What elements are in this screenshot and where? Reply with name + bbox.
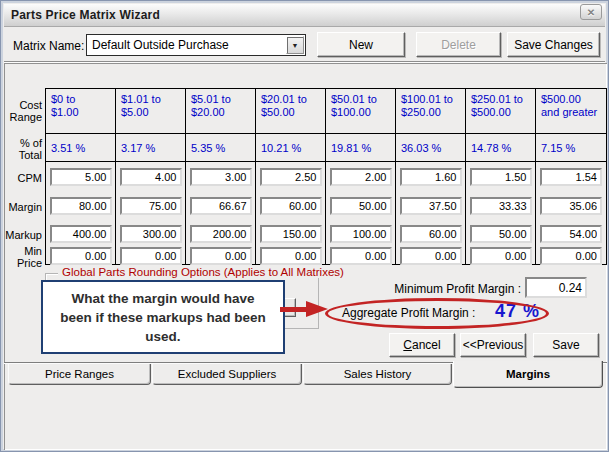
matrix-name-select[interactable]: Default Outside Purchase ▼ <box>86 34 306 56</box>
matrix-cell <box>116 220 186 247</box>
cancel-button[interactable]: Cancel <box>389 333 455 357</box>
matrix-cell <box>186 192 256 220</box>
min-price-input[interactable] <box>400 247 462 265</box>
margin-input[interactable] <box>330 197 392 215</box>
tab-price-ranges[interactable]: Price Ranges <box>8 364 151 385</box>
matrix-cell <box>46 247 116 264</box>
rounding-options-group-title: Global Parts Rounding Options (Applies t… <box>58 266 348 278</box>
cpm-input[interactable] <box>190 168 252 186</box>
margin-input[interactable] <box>540 197 602 215</box>
matrix-cell <box>256 192 326 220</box>
margin-input[interactable] <box>190 197 252 215</box>
margin-input[interactable] <box>260 197 322 215</box>
matrix-cell <box>46 162 116 192</box>
cost-range-header: $50.01 to $100.00 <box>326 89 396 134</box>
min-price-input[interactable] <box>540 247 602 265</box>
min-price-input[interactable] <box>260 247 322 265</box>
cpm-input[interactable] <box>260 168 322 186</box>
save-changes-button[interactable]: Save Changes <box>507 32 600 57</box>
markup-input[interactable] <box>470 225 532 243</box>
row-label-cpm: CPM <box>4 163 44 193</box>
markup-input[interactable] <box>260 225 322 243</box>
cpm-input[interactable] <box>470 168 532 186</box>
close-icon[interactable]: ✕ <box>580 4 602 20</box>
title-bar[interactable]: Parts Price Matrix Wizard <box>4 4 605 27</box>
matrix-name-value: Default Outside Purchase <box>87 38 286 52</box>
matrix-cell <box>326 247 396 264</box>
pct-total-cell: 7.15 % <box>536 134 606 162</box>
annotation-callout: What the margin would have been if these… <box>41 280 285 354</box>
save-button[interactable]: Save <box>533 333 599 357</box>
tab-sales-history[interactable]: Sales History <box>303 364 452 385</box>
margin-input[interactable] <box>120 197 182 215</box>
matrix-cell <box>186 247 256 264</box>
margin-input[interactable] <box>470 197 532 215</box>
tab-excluded-suppliers[interactable]: Excluded Suppliers <box>152 364 302 385</box>
cancel-label-rest: ancel <box>412 338 441 352</box>
margin-input[interactable] <box>50 197 112 215</box>
cpm-input[interactable] <box>120 168 182 186</box>
cpm-input[interactable] <box>330 168 392 186</box>
min-price-input[interactable] <box>120 247 182 265</box>
matrix-cell <box>536 192 606 220</box>
annotation-arrow-head-icon <box>306 301 328 317</box>
matrix-cell <box>46 220 116 247</box>
delete-button[interactable]: Delete <box>416 32 501 57</box>
cancel-label-initial: C <box>403 338 412 352</box>
matrix-cell <box>326 192 396 220</box>
markup-input[interactable] <box>190 225 252 243</box>
markup-input[interactable] <box>540 225 602 243</box>
min-price-input[interactable] <box>330 247 392 265</box>
markup-input[interactable] <box>400 225 462 243</box>
cost-range-header: $5.01 to $20.00 <box>186 89 256 134</box>
cost-range-header: $100.01 to $250.00 <box>396 89 466 134</box>
cpm-input[interactable] <box>540 168 602 186</box>
minimum-profit-margin-input[interactable] <box>525 277 587 298</box>
matrix-cell <box>256 162 326 192</box>
matrix-cell <box>466 162 536 192</box>
cost-range-header: $0 to $1.00 <box>46 89 116 134</box>
min-price-input[interactable] <box>190 247 252 265</box>
margin-input[interactable] <box>400 197 462 215</box>
markup-input[interactable] <box>120 225 182 243</box>
pct-total-cell: 19.81 % <box>326 134 396 162</box>
previous-button[interactable]: <<Previous <box>460 333 526 357</box>
row-label-cost-range: Cost Range <box>4 88 44 134</box>
cost-range-header: $500.00 and greater <box>536 89 606 134</box>
min-price-input[interactable] <box>470 247 532 265</box>
row-label-margin: Margin <box>4 193 44 221</box>
window-title: Parts Price Matrix Wizard <box>4 8 160 22</box>
matrix-row-labels: Cost Range % of Total CPM Margin Markup … <box>4 88 44 265</box>
matrix-cell <box>116 162 186 192</box>
chevron-down-icon[interactable]: ▼ <box>286 36 304 54</box>
matrix-cell <box>396 247 466 264</box>
tab-margins[interactable]: Margins <box>453 361 603 388</box>
markup-input[interactable] <box>50 225 112 243</box>
matrix-cell <box>466 192 536 220</box>
matrix-cell <box>536 247 606 264</box>
pct-total-cell: 14.78 % <box>466 134 536 162</box>
matrix-cell <box>396 192 466 220</box>
cost-range-header: $250.01 to $500.00 <box>466 89 536 134</box>
matrix-cell <box>466 247 536 264</box>
new-button[interactable]: New <box>317 32 405 57</box>
pct-total-cell: 10.21 % <box>256 134 326 162</box>
pct-total-cell: 36.03 % <box>396 134 466 162</box>
row-label-min-price: Min Price <box>4 248 44 265</box>
minimum-profit-margin-label: Minimum Profit Margin : <box>331 282 521 296</box>
matrix-cell <box>186 162 256 192</box>
matrix-cell <box>396 220 466 247</box>
row-label-pct-total: % of Total <box>4 134 44 163</box>
cpm-input[interactable] <box>400 168 462 186</box>
matrix-cell <box>326 220 396 247</box>
pct-total-cell: 3.51 % <box>46 134 116 162</box>
min-price-input[interactable] <box>50 247 112 265</box>
matrix-cell <box>536 162 606 192</box>
matrix-cell <box>256 220 326 247</box>
cpm-input[interactable] <box>50 168 112 186</box>
matrix-cell <box>116 247 186 264</box>
markup-input[interactable] <box>330 225 392 243</box>
aggregate-profit-margin-value: 47 % <box>495 301 540 322</box>
matrix-cell <box>116 192 186 220</box>
pct-total-cell: 3.17 % <box>116 134 186 162</box>
